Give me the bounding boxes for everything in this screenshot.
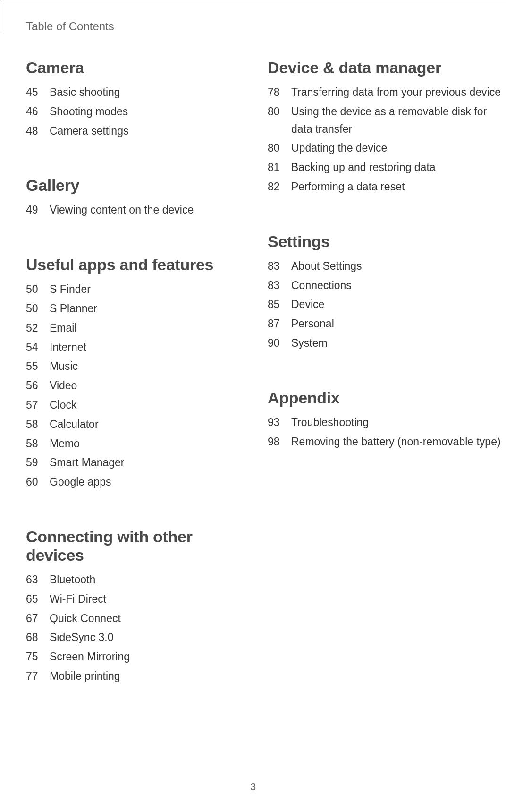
- toc-page-number: 93: [268, 414, 291, 431]
- toc-entry[interactable]: 55Music: [26, 358, 248, 375]
- section-title[interactable]: Camera: [26, 59, 248, 77]
- toc-page-number: 81: [268, 159, 291, 176]
- toc-page-number: 90: [268, 334, 291, 352]
- section-title[interactable]: Device & data manager: [268, 59, 506, 77]
- toc-page-number: 87: [268, 315, 291, 333]
- toc-section: Useful apps and features50S Finder50S Pl…: [26, 256, 248, 491]
- toc-entry-title: Smart Manager: [50, 454, 248, 471]
- toc-entry-title: System: [291, 334, 506, 352]
- page-border-top: [0, 0, 506, 0]
- toc-entry[interactable]: 80Using the device as a removable disk f…: [268, 103, 506, 138]
- toc-entry-title: Email: [50, 319, 248, 337]
- toc-entry-title: Memo: [50, 435, 248, 453]
- toc-page-number: 82: [268, 178, 291, 196]
- toc-page-number: 80: [268, 139, 291, 157]
- toc-entry[interactable]: 60Google apps: [26, 473, 248, 491]
- toc-entry-title: About Settings: [291, 257, 506, 275]
- toc-entry[interactable]: 50S Finder: [26, 281, 248, 298]
- toc-entry[interactable]: 59Smart Manager: [26, 454, 248, 471]
- section-title[interactable]: Connecting with other devices: [26, 528, 248, 564]
- toc-entry[interactable]: 87Personal: [268, 315, 506, 333]
- toc-entry-title: S Planner: [50, 300, 248, 317]
- toc-entry-title: Backing up and restoring data: [291, 159, 506, 176]
- toc-entry-title: Clock: [50, 396, 248, 414]
- toc-entry-title: Personal: [291, 315, 506, 333]
- toc-section: Camera45Basic shooting46Shooting modes48…: [26, 59, 248, 139]
- page-header: Table of Contents: [0, 0, 506, 33]
- toc-entry[interactable]: 58Memo: [26, 435, 248, 453]
- toc-entry[interactable]: 54Internet: [26, 339, 248, 356]
- toc-page-number: 58: [26, 416, 50, 433]
- toc-entry-title: Basic shooting: [50, 84, 248, 101]
- toc-entry-title: SideSync 3.0: [50, 629, 248, 646]
- toc-page-number: 56: [26, 377, 50, 394]
- toc-entry[interactable]: 52Email: [26, 319, 248, 337]
- toc-entry[interactable]: 50S Planner: [26, 300, 248, 317]
- toc-entry[interactable]: 67Quick Connect: [26, 610, 248, 627]
- toc-entry-title: Camera settings: [50, 122, 248, 140]
- toc-entry[interactable]: 90System: [268, 334, 506, 352]
- toc-entry[interactable]: 83About Settings: [268, 257, 506, 275]
- toc-entry-title: Troubleshooting: [291, 414, 506, 431]
- toc-entry[interactable]: 93Troubleshooting: [268, 414, 506, 431]
- toc-page-number: 83: [268, 277, 291, 294]
- toc-entry-title: Updating the device: [291, 139, 506, 157]
- toc-page-number: 50: [26, 300, 50, 317]
- toc-page-number: 50: [26, 281, 50, 298]
- section-title[interactable]: Settings: [268, 232, 506, 251]
- toc-page-number: 67: [26, 610, 50, 627]
- section-title[interactable]: Gallery: [26, 176, 248, 195]
- toc-entry[interactable]: 65Wi-Fi Direct: [26, 590, 248, 608]
- toc-page-number: 58: [26, 435, 50, 453]
- page-number: 3: [0, 781, 506, 793]
- toc-entry[interactable]: 75Screen Mirroring: [26, 648, 248, 666]
- toc-entry-title: Video: [50, 377, 248, 394]
- toc-entry[interactable]: 82Performing a data reset: [268, 178, 506, 196]
- toc-entry-title: Quick Connect: [50, 610, 248, 627]
- toc-entry[interactable]: 78Transferring data from your previous d…: [268, 84, 506, 101]
- toc-entry[interactable]: 80Updating the device: [268, 139, 506, 157]
- toc-page-number: 78: [268, 84, 291, 101]
- toc-page-number: 55: [26, 358, 50, 375]
- toc-page-number: 59: [26, 454, 50, 471]
- toc-entry[interactable]: 45Basic shooting: [26, 84, 248, 101]
- section-title[interactable]: Appendix: [268, 389, 506, 407]
- toc-entry[interactable]: 48Camera settings: [26, 122, 248, 140]
- toc-page-number: 57: [26, 396, 50, 414]
- toc-page-number: 98: [268, 433, 291, 451]
- toc-page-number: 85: [268, 296, 291, 313]
- toc-entry-title: S Finder: [50, 281, 248, 298]
- toc-entry[interactable]: 85Device: [268, 296, 506, 313]
- toc-entry[interactable]: 56Video: [26, 377, 248, 394]
- section-title[interactable]: Useful apps and features: [26, 256, 248, 274]
- toc-page-number: 45: [26, 84, 50, 101]
- toc-section: Settings83About Settings83Connections85D…: [268, 232, 506, 352]
- toc-page-number: 46: [26, 103, 50, 120]
- toc-page-number: 65: [26, 590, 50, 608]
- toc-entry-title: Performing a data reset: [291, 178, 506, 196]
- toc-entry-title: Shooting modes: [50, 103, 248, 120]
- toc-entry[interactable]: 57Clock: [26, 396, 248, 414]
- toc-page-number: 68: [26, 629, 50, 646]
- toc-page-number: 48: [26, 122, 50, 140]
- toc-entry[interactable]: 68SideSync 3.0: [26, 629, 248, 646]
- toc-entry-title: Wi-Fi Direct: [50, 590, 248, 608]
- toc-section: Gallery49Viewing content on the device: [26, 176, 248, 219]
- toc-entry[interactable]: 58Calculator: [26, 416, 248, 433]
- toc-entry[interactable]: 81Backing up and restoring data: [268, 159, 506, 176]
- toc-entry[interactable]: 49Viewing content on the device: [26, 201, 248, 219]
- page-border-left: [0, 0, 0, 33]
- toc-entry-title: Calculator: [50, 416, 248, 433]
- toc-section: Device & data manager78Transferring data…: [268, 59, 506, 196]
- toc-entry[interactable]: 77Mobile printing: [26, 667, 248, 685]
- toc-entry[interactable]: 46Shooting modes: [26, 103, 248, 120]
- toc-entry-title: Music: [50, 358, 248, 375]
- toc-entry-title: Screen Mirroring: [50, 648, 248, 666]
- toc-entry[interactable]: 83Connections: [268, 277, 506, 294]
- toc-entry[interactable]: 98Removing the battery (non-removable ty…: [268, 433, 506, 451]
- toc-entry-title: Device: [291, 296, 506, 313]
- toc-page-number: 60: [26, 473, 50, 491]
- toc-entry[interactable]: 63Bluetooth: [26, 571, 248, 589]
- toc-section: Appendix93Troubleshooting98Removing the …: [268, 389, 506, 451]
- toc-page-number: 63: [26, 571, 50, 589]
